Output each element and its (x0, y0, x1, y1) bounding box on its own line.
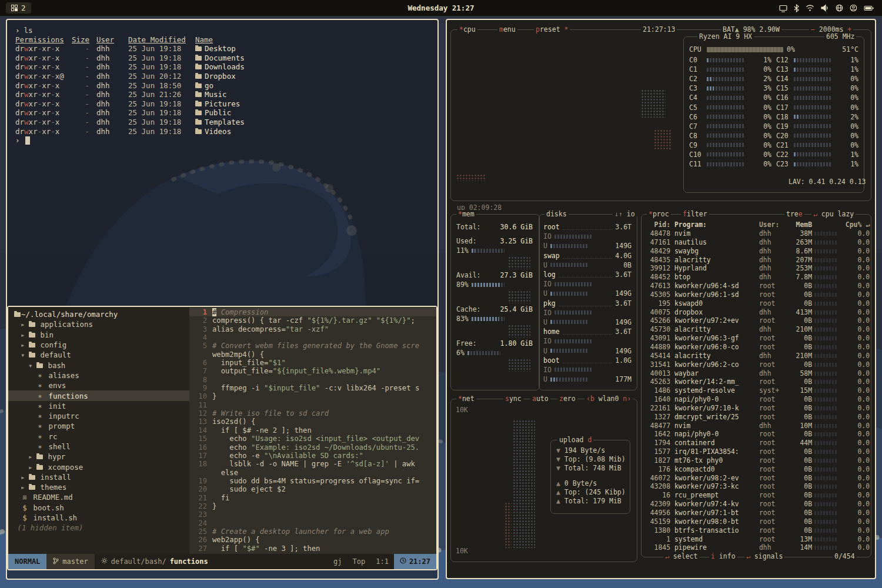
process-row[interactable]: 1640napi/phy0-0root0B0.0 (644, 395, 867, 404)
neovim-window[interactable]: ~/.local/share/omarchy ▸ applications▸ b… (7, 306, 437, 570)
preset-button[interactable]: preset * (534, 25, 570, 34)
markdown-file-icon: ≡ (21, 493, 29, 502)
process-row[interactable]: 22161kworker/u97:10-kroot0B0.0 (644, 404, 867, 413)
process-row[interactable]: 16rcu_preemptroot0B0.0 (644, 491, 867, 500)
workspace-pill[interactable]: 2 (6, 2, 31, 14)
process-row[interactable]: 40013waybardhh58M0.0 (644, 369, 867, 378)
file-tree-panel[interactable]: ~/.local/share/omarchy ▸ applications▸ b… (8, 307, 189, 554)
process-row[interactable]: 1327dmcrypt_write/25root0B0.0 (644, 413, 867, 422)
net-box-title[interactable]: *net (456, 395, 476, 403)
process-row[interactable]: 1642napi/phy0-0root0B0.0 (644, 430, 867, 439)
tree-item[interactable]: $ install.sh (8, 513, 189, 523)
process-row[interactable]: 1380btrfs-transactioroot0B0.0 (644, 526, 867, 535)
bluetooth-icon[interactable] (794, 4, 799, 12)
tree-item[interactable]: ≡ README.md (8, 492, 189, 502)
process-row[interactable]: 45414alacrittydhh210M0.0 (644, 352, 867, 360)
process-cpu: 0.0 (840, 360, 870, 369)
process-row[interactable]: 48452btopdhh7.8M0.0 (644, 273, 867, 282)
process-row[interactable]: 39912Hyprlanddhh253M0.0 (644, 264, 867, 273)
tree-item[interactable]: ∗ prompt (8, 421, 189, 431)
cpu-box-title[interactable]: *cpu (457, 25, 477, 34)
process-row[interactable]: 1827mt76-tx phy0root0B0.0 (644, 456, 867, 465)
proc-column-header: Cpu% ↵ (840, 220, 870, 229)
cast-icon[interactable] (779, 4, 787, 12)
menu-button[interactable]: menu (497, 25, 517, 34)
process-row[interactable]: 48477nvimdhh10M0.0 (644, 422, 867, 430)
tree-item[interactable]: ▸ install (8, 472, 189, 482)
net-stat-line: ▼ Total: 748 MiB (556, 463, 624, 472)
tree-item[interactable]: ▾ bash (8, 360, 189, 370)
tree-item[interactable]: ∗ rc (8, 432, 189, 442)
tree-item[interactable]: ▾ default (8, 350, 189, 360)
mem-box-title[interactable]: *mem (456, 210, 476, 218)
process-row[interactable]: 1845pipewiredhh14M0.0 (644, 543, 867, 552)
filter-button[interactable]: filter (681, 210, 709, 218)
process-row[interactable]: 48435alacrittydhh207M0.0 (644, 256, 867, 265)
code-panel[interactable]: 1# Compression2compress() { tar -czf "${… (189, 307, 436, 554)
process-row[interactable]: 40075dropboxdhh413M0.0 (644, 308, 867, 317)
wifi-icon[interactable] (806, 4, 814, 12)
tree-item[interactable]: ▸ bin (8, 330, 189, 340)
process-row[interactable]: 42309kworker/u97:4-kvroot0B0.0 (644, 500, 867, 509)
process-row[interactable]: 1486systemd-resolvesyst+15M0.0 (644, 386, 867, 395)
process-pid: 1 (644, 535, 670, 544)
network-icon[interactable] (836, 4, 843, 12)
disks-box-title[interactable]: disks (544, 210, 569, 218)
volume-icon[interactable] (821, 4, 829, 12)
process-row[interactable]: 1577irq/81-PIXA3854:root0B0.0 (644, 447, 867, 456)
tree-item[interactable]: ∗ shell (8, 442, 189, 452)
process-row[interactable]: 43208kworker/u97:3-kcroot0B0.0 (644, 482, 867, 491)
process-row[interactable]: 176kcompactd0root0B0.0 (644, 465, 867, 474)
core-percent: 0% (850, 141, 858, 149)
process-cpu: 0.0 (840, 517, 870, 526)
process-row[interactable]: 47613kworker/u96:4-sdroot0B0.0 (644, 282, 867, 290)
process-row[interactable]: 47161nautilusdhh263M0.0 (644, 238, 867, 247)
process-row[interactable]: 43091kworker/u96:3-gfroot0B0.0 (644, 334, 867, 343)
process-row[interactable]: 48429swaybgdhh8.6M0.0 (644, 247, 867, 256)
process-row[interactable]: 44956kworker/u97:1-btroot0B0.0 (644, 509, 867, 517)
process-pid: 1327 (644, 413, 670, 422)
tree-item[interactable]: ∗ envs (8, 380, 189, 390)
process-mem: 0B (787, 413, 812, 422)
tree-item[interactable]: ∗ init (8, 401, 189, 411)
process-row[interactable]: 195kswapd0root0B0.0 (644, 299, 867, 308)
process-row[interactable]: 31541kworker/u96:2-coroot0B0.0 (644, 360, 867, 369)
net-zero-toggle[interactable]: zero (557, 395, 577, 403)
tree-item[interactable]: ▸ hypr (8, 452, 189, 462)
process-row[interactable]: 1systemdroot13M0.0 (644, 535, 867, 544)
process-row[interactable]: 46072kworker/u98:2-evroot0B0.0 (644, 474, 867, 483)
process-row[interactable]: 45159kworker/u98:0-btroot0B0.0 (644, 517, 867, 526)
process-row[interactable]: 45730alacrittydhh210M0.0 (644, 325, 867, 334)
net-auto-toggle[interactable]: auto (530, 395, 550, 403)
battery-icon[interactable] (864, 5, 874, 11)
tree-item[interactable]: ▸ xcompose (8, 462, 189, 472)
tree-item[interactable]: $ boot.sh (8, 503, 189, 513)
tree-item[interactable]: ∗ functions (8, 390, 189, 400)
process-row[interactable]: 45305kworker/u96:1-sdroot0B0.0 (644, 290, 867, 299)
process-row[interactable]: 44889kworker/u96:0-coroot0B0.0 (644, 343, 867, 352)
process-row[interactable]: 45263kworker/14:2-mm_root0B0.0 (644, 377, 867, 386)
signals-action[interactable]: ↵ signals (744, 552, 784, 560)
process-row[interactable]: 1794containerdroot44M0.0 (644, 439, 867, 447)
tree-item[interactable]: (1 hidden item) (8, 523, 189, 533)
tree-item[interactable]: ▸ themes (8, 482, 189, 492)
proc-box-title[interactable]: *proc (647, 210, 671, 218)
tree-item[interactable]: ∗ aliases (8, 370, 189, 380)
process-row[interactable]: 48478nvimdhh38M0.0 (644, 229, 867, 238)
tree-item[interactable]: ∗ inputrc (8, 411, 189, 421)
net-interface[interactable]: ‹b wlan0 n› (584, 395, 633, 403)
info-action[interactable]: i info (709, 552, 737, 560)
tree-toggle[interactable]: tree (784, 210, 804, 218)
account-icon[interactable] (850, 4, 857, 12)
process-row[interactable]: 45266kworker/u97:2+evroot0B0.0 (644, 316, 867, 325)
process-pid: 176 (644, 465, 670, 474)
sort-selector[interactable]: ↵ cpu lazy (811, 210, 856, 218)
process-pid: 46072 (644, 474, 670, 483)
net-sync-toggle[interactable]: sync (503, 395, 523, 403)
tree-item[interactable]: ▸ config (8, 340, 189, 350)
select-action[interactable]: ↵ select (663, 552, 699, 560)
ls-size: - (72, 44, 89, 54)
btop-window[interactable]: *cpu menu preset * 21:27:13 BAT▲ 98% 2.9… (446, 19, 876, 579)
io-toggle[interactable]: ↓↑ io (613, 210, 637, 218)
tree-item[interactable]: ▸ applications (8, 319, 189, 329)
